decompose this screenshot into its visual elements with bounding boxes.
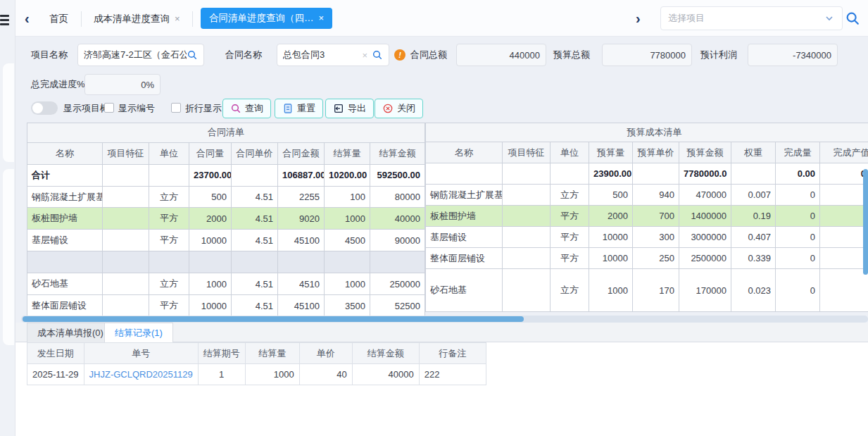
settle-qty: 1000	[245, 364, 299, 385]
table-row[interactable]: 钢筋混凝土扩展基立方5004.51225510080000	[27, 186, 425, 208]
tab-cost-list-fill[interactable]: 成本清单填报(0)	[27, 323, 114, 342]
collapsed-sidebar	[0, 0, 15, 436]
chevron-down-icon	[824, 13, 835, 24]
search-icon[interactable]	[187, 49, 198, 61]
table-row[interactable]: 基层铺设平方1000030030000000.40700	[426, 227, 868, 248]
settle-period: 1	[198, 364, 245, 385]
reset-document-icon	[282, 103, 294, 114]
top-tab-bar: ‹ 首页 成本清单进度查询× 合同清单进度查询（四…× › 选择项目	[15, 0, 868, 37]
table-row[interactable]: 钢筋混凝土扩展基立方5009404700000.00700	[426, 185, 868, 206]
contract-list-table: 合同清单 名称项目特征单位合同量合同单价合同金额结算量结算金额 合计23700.…	[27, 123, 425, 317]
show-number-checkbox[interactable]	[104, 103, 114, 113]
project-select[interactable]: 选择项目	[660, 6, 843, 30]
wrap-lines-checkbox[interactable]	[171, 103, 181, 113]
group-header-row: 预算成本清单	[426, 123, 868, 142]
warning-icon: !	[394, 49, 405, 61]
query-button[interactable]: 查询	[222, 99, 271, 118]
tab-separator	[192, 11, 193, 27]
tab-separator	[81, 11, 82, 27]
table-row[interactable]: 2025-11-29 JHJZ-GCLQRD20251129 1 1000 40…	[27, 364, 486, 385]
contract-name-input[interactable]: 总包合同3 ×	[277, 44, 389, 66]
table-row[interactable]: 整体面层铺设平方100004.5145100350052500	[27, 295, 425, 317]
close-circle-icon	[382, 103, 394, 114]
horizontal-scrollbar[interactable]	[21, 316, 868, 323]
table-row-selected[interactable]: 板桩围护墙平方200070014000000.1900	[426, 206, 868, 227]
project-select-placeholder: 选择项目	[668, 12, 824, 25]
sidebar-card	[3, 63, 14, 162]
table-row[interactable]: 整体面层铺设平方1000025025000000.33900	[426, 248, 868, 269]
tab-settlement-records[interactable]: 结算记录(1)	[104, 323, 173, 343]
column-header-row: 名称项目特征单位合同量合同单价合同金额结算量结算金额	[27, 142, 425, 164]
table-row-total[interactable]: 23900.007780000.00.000.00	[426, 163, 868, 185]
tab-close-icon[interactable]: ×	[319, 13, 325, 23]
export-icon	[333, 103, 344, 114]
tab-contract-list-progress[interactable]: 合同清单进度查询（四…×	[201, 8, 332, 29]
settle-amount: 40000	[352, 364, 419, 385]
total-progress-label: 总完成进度%	[31, 73, 85, 96]
table-row[interactable]: 砂石地基立方10001701700000.02300	[426, 269, 868, 312]
nav-back-icon[interactable]: ‹	[25, 10, 30, 27]
global-search-icon[interactable]	[845, 11, 860, 26]
document-number-link[interactable]: JHJZ-GCLQRD20251129	[89, 369, 193, 380]
query-panel: 项目名称 济邹高速7-2工区（金石公 合同名称 总包合同3 × ! 合同总额 4…	[15, 37, 868, 323]
table-row-selected[interactable]: 板桩围护墙平方20004.519020100040000	[27, 208, 425, 230]
reset-button[interactable]: 重置	[275, 99, 323, 118]
contract-name-label: 合同名称	[225, 44, 262, 66]
project-tree-toggle-label: 显示项目树	[63, 99, 109, 118]
close-button[interactable]: 关闭	[375, 99, 423, 118]
column-header-row: 名称项目特征单位预算量预算单价预算金额权重完成量完成产值	[426, 142, 868, 163]
unit-price: 40	[299, 364, 352, 385]
project-name-label: 项目名称	[31, 44, 68, 66]
tab-cost-list-progress[interactable]: 成本清单进度查询×	[94, 10, 180, 28]
search-icon[interactable]	[372, 49, 383, 61]
table-row[interactable]: 基层铺设平方100004.5145100450090000	[27, 230, 425, 251]
tab-close-icon[interactable]: ×	[175, 13, 180, 24]
budget-cost-table: 预算成本清单 名称项目特征单位预算量预算单价预算金额权重完成量完成产值 2390…	[425, 123, 868, 312]
occur-date: 2025-11-29	[27, 364, 84, 385]
profit-label: 预计利润	[700, 44, 737, 66]
table-row-total[interactable]: 合计23700.00106887.0010200.00592500.00	[27, 164, 425, 186]
table-row[interactable]: 砂石地基立方10004.5145101000250000	[27, 273, 425, 295]
project-tree-toggle[interactable]	[31, 101, 58, 115]
budget-total-value: 7780000	[602, 44, 692, 66]
show-number-label: 显示编号	[118, 99, 155, 118]
row-remark: 222	[419, 364, 486, 385]
project-name-input[interactable]: 济邹高速7-2工区（金石公	[77, 44, 204, 66]
contract-budget-table: 合同清单 名称项目特征单位合同量合同单价合同金额结算量结算金额 合计23700.…	[27, 123, 868, 317]
sidebar-card	[3, 169, 14, 345]
clear-icon[interactable]: ×	[362, 50, 367, 61]
wrap-lines-label: 折行显示	[185, 99, 222, 118]
nav-forward-icon[interactable]: ›	[636, 10, 641, 27]
contract-total-label: 合同总额	[410, 44, 447, 66]
budget-total-label: 预算总额	[553, 44, 590, 66]
tab-home[interactable]: 首页	[49, 10, 68, 28]
horizontal-scrollbar-thumb[interactable]	[23, 316, 524, 322]
vertical-scrollbar-thumb[interactable]	[863, 169, 868, 275]
budget-table-clip: 预算成本清单 名称项目特征单位预算量预算单价预算金额权重完成量完成产值 2390…	[425, 123, 868, 317]
export-button[interactable]: 导出	[325, 99, 374, 118]
query-search-icon	[230, 103, 241, 114]
table-row-empty	[27, 251, 425, 273]
total-progress-value: 0%	[84, 74, 161, 95]
profit-value: -7340000	[748, 44, 838, 66]
group-header-row: 合同清单	[27, 123, 425, 143]
column-header-row: 发生日期单号结算期号结算量单价结算金额行备注	[27, 343, 486, 364]
detail-panel: 成本清单填报(0) 结算记录(1) 发生日期单号结算期号结算量单价结算金额行备注…	[15, 323, 868, 436]
contract-total-value: 440000	[456, 44, 546, 66]
settlement-records-table: 发生日期单号结算期号结算量单价结算金额行备注 2025-11-29 JHJZ-G…	[27, 342, 486, 385]
